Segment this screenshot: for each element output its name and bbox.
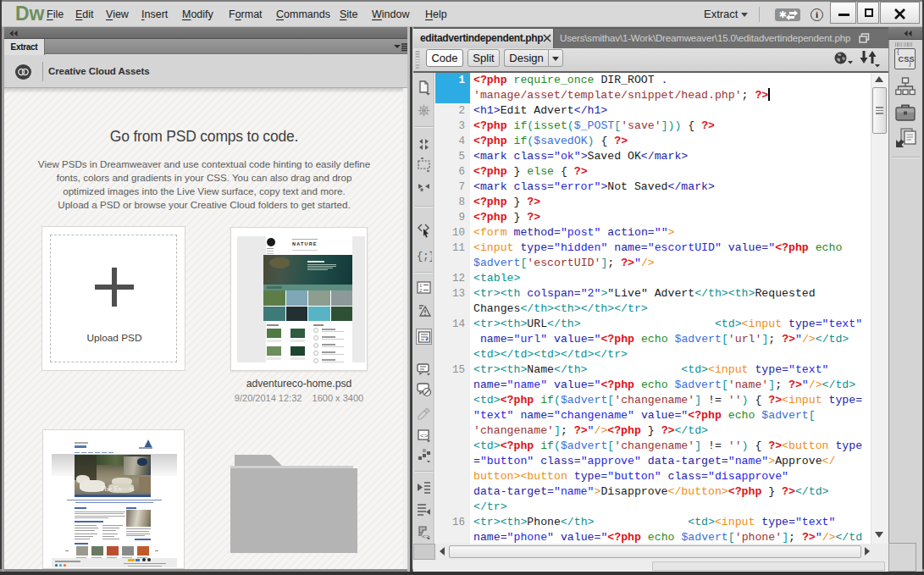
svg-text:✱: ✱ [778, 9, 786, 19]
svg-text:*: * [420, 187, 423, 196]
svg-text:<>: <> [420, 432, 429, 440]
svg-text:{;}: {;} [417, 251, 432, 263]
